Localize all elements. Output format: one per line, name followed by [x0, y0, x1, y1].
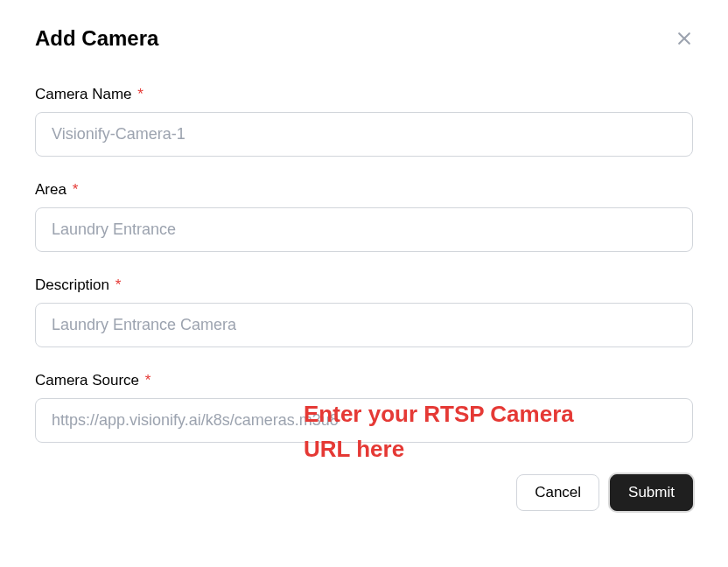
- camera-source-group: Camera Source *: [35, 372, 693, 443]
- camera-name-label: Camera Name *: [35, 86, 693, 103]
- button-row: Cancel Submit: [35, 474, 693, 511]
- area-group: Area *: [35, 181, 693, 252]
- required-mark: *: [137, 86, 144, 102]
- close-icon[interactable]: [676, 30, 693, 47]
- area-input[interactable]: [35, 207, 693, 252]
- modal-title: Add Camera: [35, 26, 158, 51]
- cancel-button[interactable]: Cancel: [516, 474, 599, 511]
- description-group: Description *: [35, 276, 693, 347]
- camera-source-label: Camera Source *: [35, 372, 693, 389]
- required-mark: *: [145, 372, 151, 388]
- camera-source-input[interactable]: [35, 398, 693, 443]
- modal-header: Add Camera: [35, 26, 693, 51]
- submit-button[interactable]: Submit: [610, 474, 693, 511]
- description-label: Description *: [35, 276, 693, 294]
- required-mark: *: [73, 181, 79, 198]
- description-label-text: Description: [35, 276, 109, 293]
- required-mark: *: [116, 276, 122, 293]
- add-camera-modal: Add Camera Camera Name * Area * Descript…: [0, 0, 728, 567]
- camera-name-label-text: Camera Name: [35, 86, 132, 102]
- camera-source-label-text: Camera Source: [35, 372, 139, 388]
- area-label-text: Area: [35, 181, 66, 198]
- camera-name-group: Camera Name *: [35, 86, 693, 157]
- camera-name-input[interactable]: [35, 112, 693, 157]
- area-label: Area *: [35, 181, 693, 199]
- description-input[interactable]: [35, 303, 693, 347]
